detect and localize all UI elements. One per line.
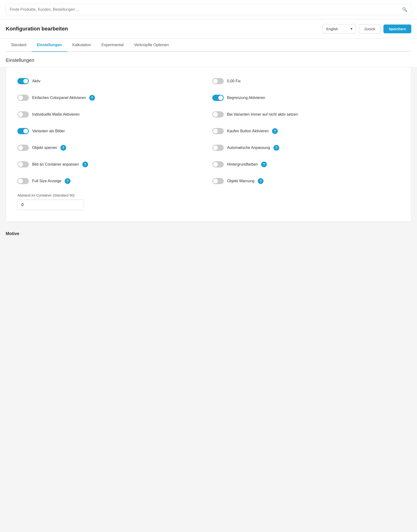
setting-varianten-bilder: Varianten als Bilder [14, 123, 208, 139]
toggle-aktiv[interactable] [17, 78, 29, 84]
toggle-hintergrundfarben[interactable] [212, 161, 224, 167]
toggle-kaufen-button[interactable] [212, 128, 224, 134]
header-actions: English ▾ Zurück Speichern [323, 24, 411, 33]
help-icon-objekt-warnung[interactable]: ? [258, 178, 263, 184]
label-full-size: Full Size Anzeige [32, 179, 62, 183]
language-label: English [326, 27, 338, 31]
setting-objekt-sperren: Objekt sperren ? [14, 139, 208, 156]
abstand-label: Abstand im Container (Standard 50) [17, 193, 400, 197]
toggle-colorpanel[interactable] [17, 95, 29, 101]
setting-aktiv: Aktiv [14, 73, 208, 90]
setting-objekt-warnung: Objekt Warnung ? [208, 173, 403, 189]
toggle-varianten-inaktiv[interactable] [212, 111, 224, 118]
label-bild-container: Bild an Container anpassen [32, 162, 79, 166]
label-begrenzung: Begrenzung Aktivieren [227, 96, 265, 100]
label-varianten-inaktiv: Bei Varianten immer auf nicht aktiv setz… [227, 112, 298, 117]
label-fix: 0,00 Fix [227, 79, 241, 83]
section-title: Einstellungen [0, 52, 417, 67]
toggle-objekt-sperren[interactable] [17, 145, 29, 151]
setting-kaufen-button: Kaufen Button Aktivieren ? [208, 123, 403, 139]
tab-standard[interactable]: Standard [6, 39, 32, 52]
setting-varianten-inaktiv: Bei Varianten immer auf nicht aktiv setz… [208, 106, 403, 123]
settings-grid: Aktiv 0,00 Fix Einfaches Colorpanel Akti… [14, 73, 403, 189]
help-icon-colorpanel[interactable]: ? [89, 95, 95, 101]
label-varianten-bilder: Varianten als Bilder [32, 129, 65, 133]
tab-kalkulation[interactable]: Kalkulation [67, 39, 96, 52]
label-hintergrundfarben: Hintergrundfarben [227, 162, 258, 166]
help-icon-kaufen-button[interactable]: ? [272, 128, 278, 134]
page-header: Konfiguration bearbeiten English ▾ Zurüc… [0, 19, 417, 39]
help-icon-objekt-sperren[interactable]: ? [61, 145, 66, 151]
main-content: Standard Einstellungen Kalkulation Exper… [0, 39, 417, 52]
label-objekt-sperren: Objekt sperren [32, 146, 57, 150]
label-kaufen-button: Kaufen Button Aktivieren [227, 129, 269, 133]
save-button[interactable]: Speichern [384, 24, 411, 33]
toggle-automatische[interactable] [212, 145, 224, 151]
search-field[interactable] [10, 7, 402, 12]
toggle-bild-container[interactable] [17, 161, 29, 167]
setting-masse: Individuelle Maße Aktivieren [14, 106, 208, 123]
help-icon-bild-container[interactable]: ? [82, 162, 88, 167]
setting-fix: 0,00 Fix [208, 73, 403, 90]
tabs: Standard Einstellungen Kalkulation Exper… [6, 39, 411, 52]
setting-bild-container: Bild an Container anpassen ? [14, 156, 208, 173]
setting-begrenzung: Begrenzung Aktivieren [208, 90, 403, 106]
bottom-label: Motive [0, 227, 417, 240]
search-input-wrap[interactable]: 🔍 [6, 4, 411, 15]
setting-hintergrundfarben: Hintergrundfarben ? [208, 156, 403, 173]
abstand-group: Abstand im Container (Standard 50) [14, 189, 403, 216]
search-bar: 🔍 [0, 0, 417, 19]
toggle-begrenzung[interactable] [212, 95, 224, 101]
label-automatische: Automatische Anpassung [227, 146, 270, 150]
toggle-masse[interactable] [17, 111, 29, 118]
label-masse: Individuelle Maße Aktivieren [32, 112, 80, 117]
tab-verknupfte[interactable]: Verknüpfte Optionen [129, 39, 174, 52]
toggle-varianten-bilder[interactable] [17, 128, 29, 134]
toggle-fix[interactable] [212, 78, 224, 84]
label-colorpanel: Einfaches Colorpanel Aktivieren [32, 96, 86, 100]
help-icon-automatische[interactable]: ? [273, 145, 279, 151]
toggle-full-size[interactable] [17, 178, 29, 184]
tab-einstellungen[interactable]: Einstellungen [32, 39, 67, 52]
help-icon-hintergrundfarben[interactable]: ? [261, 162, 267, 167]
setting-full-size: Full Size Anzeige ? [14, 173, 208, 189]
settings-card: Aktiv 0,00 Fix Einfaches Colorpanel Akti… [6, 67, 411, 222]
setting-colorpanel: Einfaches Colorpanel Aktivieren ? [14, 90, 208, 106]
search-icon: 🔍 [402, 7, 407, 12]
abstand-input[interactable] [17, 200, 84, 210]
tab-experimental[interactable]: Experimental [96, 39, 129, 52]
back-button[interactable]: Zurück [359, 24, 381, 33]
page-title: Konfiguration bearbeiten [6, 26, 68, 32]
label-objekt-warnung: Objekt Warnung [227, 179, 254, 183]
label-aktiv: Aktiv [32, 79, 41, 83]
chevron-down-icon: ▾ [351, 27, 353, 31]
toggle-objekt-warnung[interactable] [212, 178, 224, 184]
setting-automatische: Automatische Anpassung ? [208, 139, 403, 156]
language-select[interactable]: English ▾ [323, 24, 356, 33]
help-icon-full-size[interactable]: ? [65, 178, 71, 184]
